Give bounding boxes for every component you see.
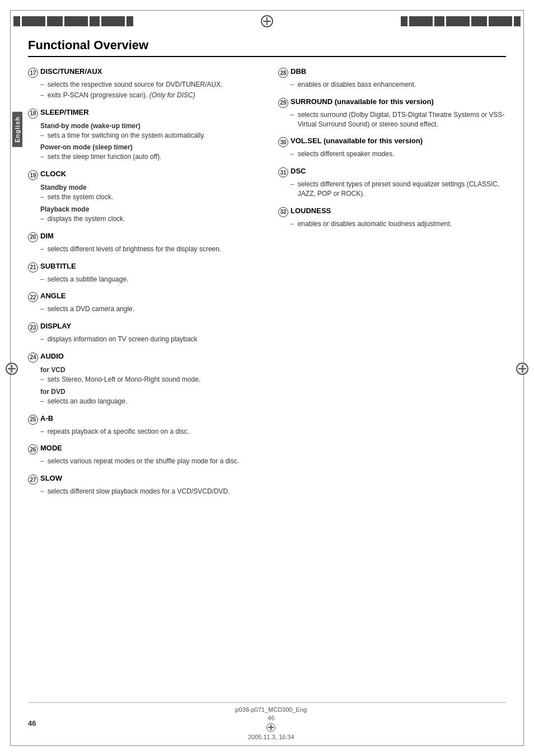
- section-17: 17DISC/TUNER/AUX–selects the respective …: [28, 67, 256, 100]
- section-num-20: 20: [28, 232, 38, 242]
- section-20: 20DIM–selects different levels of bright…: [28, 232, 256, 254]
- bullet: –sets the system clock.: [40, 192, 256, 202]
- bullet: –selects the respective sound source for…: [40, 80, 256, 90]
- bullet-dash: –: [40, 192, 44, 202]
- section-31: 31DSC–selects different types of preset …: [278, 167, 506, 199]
- section-header-17: 17DISC/TUNER/AUX: [28, 67, 256, 78]
- footer-date: 2005.11.3, 16:34: [248, 734, 294, 740]
- border-right: [523, 10, 524, 746]
- section-28: 28DBB–enables or disables bass enhanceme…: [278, 67, 506, 90]
- section-header-21: 21SUBTITLE: [28, 262, 256, 273]
- header-decoration: [13, 13, 521, 29]
- section-num-17: 17: [28, 68, 38, 78]
- section-21: 21SUBTITLE–selects a subtitle language.: [28, 262, 256, 284]
- bullet-text: sets the sleep timer function (auto off)…: [48, 152, 256, 162]
- section-subtitle: for VCD: [40, 366, 256, 374]
- seg1: [13, 16, 20, 26]
- section-num-31: 31: [278, 167, 288, 177]
- section-header-30: 30VOL.SEL (unavailable for this version): [278, 137, 506, 147]
- seg9: [409, 16, 433, 26]
- bullet-dash: –: [291, 219, 294, 229]
- section-30: 30VOL.SEL (unavailable for this version)…: [278, 137, 506, 159]
- content-area: 17DISC/TUNER/AUX–selects the respective …: [28, 67, 506, 711]
- footer: 46 p038-p071_MCD300_Eng 46 2005.11.3, 16…: [28, 702, 506, 740]
- bullet: –selects surround (Dolby Digital, DTS-Di…: [291, 110, 506, 129]
- section-18: 18SLEEP/TIMERStand-by mode (wake-up time…: [28, 108, 256, 162]
- bullet-dash: –: [40, 427, 44, 436]
- section-subtitle: Playback mode: [40, 205, 256, 213]
- section-title-26: MODE: [40, 444, 62, 452]
- bullet-text: sets a time for switching on the system …: [48, 131, 256, 140]
- bullet-dash: –: [40, 375, 44, 384]
- section-num-28: 28: [278, 68, 288, 78]
- page-title-area: Functional Overview: [28, 38, 506, 67]
- page-title: Functional Overview: [28, 38, 506, 57]
- bullet: –displays the system clock.: [40, 214, 256, 224]
- bullet-text: selects surround (Dolby Digital, DTS-Dig…: [298, 110, 506, 129]
- border-top: [10, 10, 524, 11]
- section-num-32: 32: [278, 207, 288, 217]
- section-24: 24AUDIOfor VCD–sets Stereo, Mono-Left or…: [28, 352, 256, 406]
- bullet-dash: –: [40, 214, 44, 224]
- bullet-text: selects different slow playback modes fo…: [48, 487, 256, 496]
- bullet-text: selects a DVD camera angle.: [48, 304, 256, 314]
- section-header-31: 31DSC: [278, 167, 506, 177]
- seg4: [64, 16, 88, 26]
- section-num-18: 18: [28, 109, 38, 119]
- seg13: [489, 16, 512, 26]
- right-column: 28DBB–enables or disables bass enhanceme…: [267, 67, 506, 711]
- bullet-dash: –: [291, 110, 294, 120]
- section-subtitle: for DVD: [40, 388, 256, 396]
- bullet-dash: –: [291, 149, 294, 159]
- footer-center-num: 46: [268, 715, 274, 721]
- crosshair-left: [6, 363, 18, 375]
- bullet: –selects a DVD camera angle.: [40, 304, 256, 314]
- section-num-19: 19: [28, 170, 38, 180]
- bullet-text: selects an audio language.: [48, 397, 256, 406]
- section-header-18: 18SLEEP/TIMER: [28, 108, 256, 119]
- bullet: –selects different slow playback modes f…: [40, 487, 256, 496]
- seg3: [47, 16, 63, 26]
- seg10: [434, 16, 444, 26]
- footer-page-number: 46: [28, 719, 36, 727]
- section-header-26: 26MODE: [28, 444, 256, 454]
- border-left: [10, 10, 11, 746]
- bullet-dash: –: [40, 131, 44, 140]
- bullet-dash: –: [40, 152, 44, 162]
- bullet-text: enables or disables automatic loudness a…: [298, 219, 506, 229]
- bullet: –exits P-SCAN (progressive scan). (Only …: [40, 91, 256, 100]
- seg14: [514, 16, 521, 26]
- bullet-text: selects the respective sound source for …: [48, 80, 256, 90]
- footer-filename: p038-p071_MCD300_Eng: [235, 706, 307, 713]
- seg8: [401, 16, 407, 26]
- section-title-27: SLOW: [40, 474, 62, 482]
- section-num-22: 22: [28, 292, 38, 302]
- bullet-text: selects different types of preset sound …: [298, 180, 506, 199]
- section-title-23: DISPLAY: [40, 322, 71, 330]
- bullet-text: enables or disables bass enhancement.: [298, 80, 506, 90]
- header-segments-left: [13, 16, 133, 26]
- section-title-20: DIM: [40, 232, 54, 240]
- section-19: 19CLOCKStandby mode–sets the system cloc…: [28, 170, 256, 224]
- seg2: [22, 16, 45, 26]
- seg6: [101, 16, 125, 26]
- section-header-20: 20DIM: [28, 232, 256, 242]
- seg11: [446, 16, 470, 26]
- section-title-29: SURROUND (unavailable for this version): [291, 97, 434, 106]
- section-title-21: SUBTITLE: [40, 262, 76, 270]
- section-num-26: 26: [28, 444, 38, 454]
- section-num-25: 25: [28, 415, 38, 425]
- section-27: 27SLOW–selects different slow playback m…: [28, 474, 256, 496]
- section-title-17: DISC/TUNER/AUX: [40, 67, 102, 76]
- seg12: [471, 16, 487, 26]
- section-title-24: AUDIO: [40, 352, 64, 360]
- left-column: 17DISC/TUNER/AUX–selects the respective …: [28, 67, 267, 711]
- bullet: –sets a time for switching on the system…: [40, 131, 256, 140]
- crosshair-right: [516, 363, 528, 375]
- section-subtitle: Stand-by mode (wake-up timer): [40, 122, 256, 130]
- section-header-24: 24AUDIO: [28, 352, 256, 363]
- section-num-21: 21: [28, 262, 38, 273]
- bullet-text: selects different levels of brightness f…: [48, 245, 256, 254]
- bullet: –selects a subtitle language.: [40, 275, 256, 284]
- section-header-19: 19CLOCK: [28, 170, 256, 180]
